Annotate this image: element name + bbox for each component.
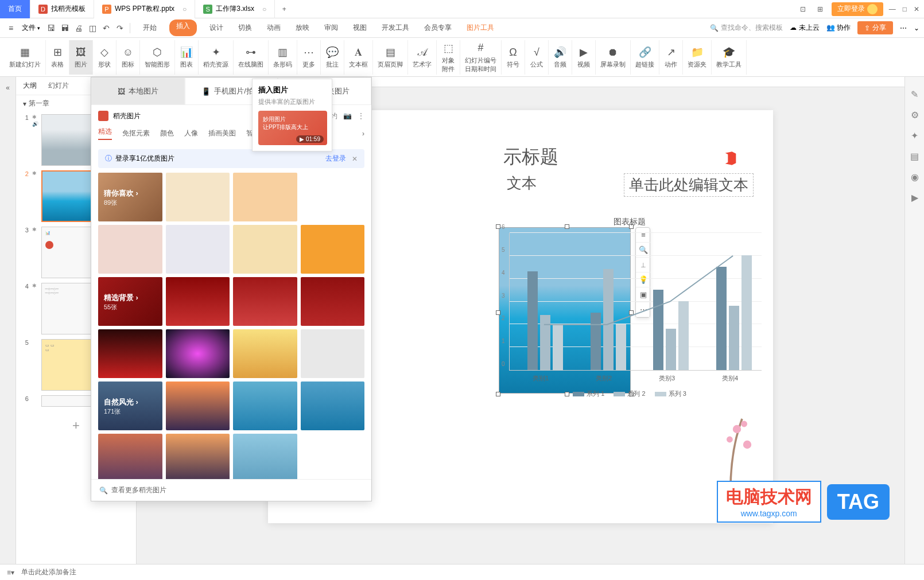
image-thumb[interactable] — [233, 329, 297, 378]
save-icon[interactable]: 🖫 — [45, 22, 57, 34]
present-icon[interactable]: ▶ — [905, 187, 924, 208]
undo-icon[interactable]: ↶ — [100, 22, 112, 34]
tab-home[interactable]: 首页 — [0, 0, 30, 18]
share-button[interactable]: ⇪ 分享 — [857, 21, 893, 34]
ribbon-header-footer[interactable]: ▤页眉页脚 — [373, 40, 408, 75]
menu-tab-picture-tools[interactable]: 图片工具 — [464, 20, 496, 36]
print-icon[interactable]: 🖨 — [72, 22, 85, 34]
ribbon-table[interactable]: ⊞表格 — [46, 40, 69, 75]
apps-icon[interactable]: ⊞ — [814, 3, 826, 15]
tab-xlsx-file[interactable]: S 工作簿3.xlsx ○ — [195, 0, 275, 18]
image-thumb[interactable] — [98, 225, 162, 274]
ribbon-resources[interactable]: 📁资源夹 — [683, 40, 712, 75]
image-thumb[interactable] — [166, 225, 230, 274]
command-search[interactable]: 🔍 查找命令、搜索模板 — [710, 23, 783, 33]
cloud-status[interactable]: ☁ 未上云 — [790, 23, 819, 33]
menu-tab-insert[interactable]: 插入 — [169, 20, 197, 36]
image-thumb[interactable] — [166, 173, 230, 221]
close-banner-icon[interactable]: ✕ — [352, 155, 358, 163]
ribbon-equation[interactable]: √公式 — [525, 40, 549, 75]
notes-placeholder[interactable]: 单击此处添加备注 — [21, 567, 76, 577]
more-icon[interactable]: ⋮ — [358, 112, 364, 120]
outline-tab[interactable]: 大纲 — [23, 81, 37, 91]
ribbon-more[interactable]: ⋯更多 — [297, 40, 321, 75]
cat-color[interactable]: 颜色 — [160, 129, 174, 138]
collection-backgrounds[interactable]: 精选背景 ›55张 — [98, 277, 162, 326]
image-thumb[interactable] — [166, 434, 230, 482]
collection-nature[interactable]: 自然风光 ›171张 — [98, 382, 162, 430]
slide-subtitle-2[interactable]: 单击此处编辑文本 — [624, 173, 754, 197]
redo-icon[interactable]: ↷ — [114, 22, 126, 34]
embedded-chart[interactable]: 图表标题 0 1 2 3 4 5 6 类别1 — [498, 217, 762, 418]
image-thumb[interactable] — [233, 434, 297, 482]
ribbon-hyperlink[interactable]: 🔗超链接 — [631, 40, 659, 75]
ribbon-comment[interactable]: 💬批注 — [321, 40, 344, 75]
picker-footer-link[interactable]: 🔍 查看更多稻壳图片 — [91, 479, 371, 501]
design-icon[interactable]: ✎ — [905, 84, 924, 104]
menu-tab-design[interactable]: 设计 — [207, 20, 226, 36]
close-icon[interactable]: ○ — [183, 5, 187, 13]
slides-tab[interactable]: 幻灯片 — [48, 81, 69, 91]
collection-recommended[interactable]: 猜你喜欢 ›89张 — [98, 173, 162, 221]
local-image-button[interactable]: 🖼 本地图片 — [91, 77, 185, 105]
image-thumb[interactable] — [98, 329, 162, 378]
image-thumb[interactable] — [301, 329, 365, 378]
collab-button[interactable]: 👥 协作 — [826, 23, 851, 33]
ribbon-mindmap[interactable]: ⊶在线脑图 — [234, 40, 269, 75]
ribbon-audio[interactable]: 🔊音频 — [549, 40, 572, 75]
ribbon-picture[interactable]: 🖼图片 — [69, 40, 93, 75]
cat-portrait[interactable]: 人像 — [184, 129, 198, 138]
cat-illustration[interactable]: 插画美图 — [208, 129, 236, 138]
close-icon[interactable]: ○ — [262, 5, 266, 13]
slide-subtitle-1[interactable]: 文本 — [507, 173, 537, 193]
file-menu[interactable]: 文件▾ — [18, 23, 44, 33]
ribbon-symbol[interactable]: Ω符号 — [502, 40, 525, 75]
ribbon-docer[interactable]: ✦稻壳资源 — [199, 40, 234, 75]
tab-ppt-file[interactable]: P WPS PPT教程.pptx ○ — [94, 0, 195, 18]
notes-icon[interactable]: ≡▾ — [7, 569, 14, 577]
image-thumb[interactable] — [233, 173, 297, 221]
ribbon-icons[interactable]: ☺图标 — [117, 40, 140, 75]
minimize-icon[interactable]: — — [889, 5, 896, 13]
ribbon-action[interactable]: ↗动作 — [659, 40, 683, 75]
sparkle-icon[interactable]: ✦ — [905, 125, 924, 146]
maximize-icon[interactable]: □ — [903, 5, 907, 13]
menu-tab-member[interactable]: 会员专享 — [422, 20, 454, 36]
settings-icon[interactable]: ⚙ — [905, 104, 924, 125]
save-as-icon[interactable]: 🖬 — [59, 22, 71, 34]
slide-title[interactable]: 示标题 — [503, 145, 558, 170]
image-thumb[interactable] — [301, 173, 365, 221]
print-preview-icon[interactable]: ◫ — [86, 22, 99, 34]
more-icon[interactable]: ⋯ — [900, 24, 907, 32]
ribbon-new-slide[interactable]: ▦新建幻灯片 — [5, 40, 46, 75]
ribbon-slide-number[interactable]: #幻灯片编号日期和时间 — [460, 40, 502, 75]
image-thumb[interactable] — [98, 434, 162, 482]
add-tab-button[interactable]: + — [275, 5, 293, 13]
menu-tab-view[interactable]: 视图 — [351, 20, 369, 36]
promo-card[interactable]: 妙用图片 让PPT排版高大上 ▶ 01:59 — [258, 111, 327, 145]
ribbon-video[interactable]: ▶视频 — [572, 40, 596, 75]
cat-cutout[interactable]: 免抠元素 — [122, 129, 150, 138]
image-thumb[interactable] — [301, 382, 365, 430]
menu-icon[interactable]: ≡ — [5, 22, 17, 34]
location-icon[interactable]: ◉ — [905, 166, 924, 187]
ribbon-screen-record[interactable]: ⏺屏幕录制 — [596, 40, 631, 75]
menu-tab-slideshow[interactable]: 放映 — [293, 20, 312, 36]
image-thumb[interactable] — [301, 225, 365, 274]
menu-tab-devtools[interactable]: 开发工具 — [379, 20, 411, 36]
ribbon-shapes[interactable]: ◇形状 — [93, 40, 117, 75]
layout-icon[interactable]: ▤ — [905, 146, 924, 166]
ribbon-teaching[interactable]: 🎓教学工具 — [712, 40, 747, 75]
menu-tab-start[interactable]: 开始 — [141, 20, 159, 36]
image-thumb[interactable] — [233, 225, 297, 274]
tab-templates[interactable]: D 找稻壳模板 — [30, 0, 94, 18]
ribbon-wordart[interactable]: 𝒜艺术字 — [408, 40, 437, 75]
image-thumb[interactable] — [166, 277, 230, 326]
menu-tab-animation[interactable]: 动画 — [265, 20, 283, 36]
menu-tab-transition[interactable]: 切换 — [236, 20, 254, 36]
image-thumb[interactable] — [301, 277, 365, 326]
chevron-down-icon[interactable]: ⌄ — [914, 24, 919, 32]
ribbon-smartart[interactable]: ⬡智能图形 — [140, 40, 175, 75]
image-thumb[interactable] — [233, 277, 297, 326]
close-window-icon[interactable]: ✕ — [914, 5, 919, 13]
